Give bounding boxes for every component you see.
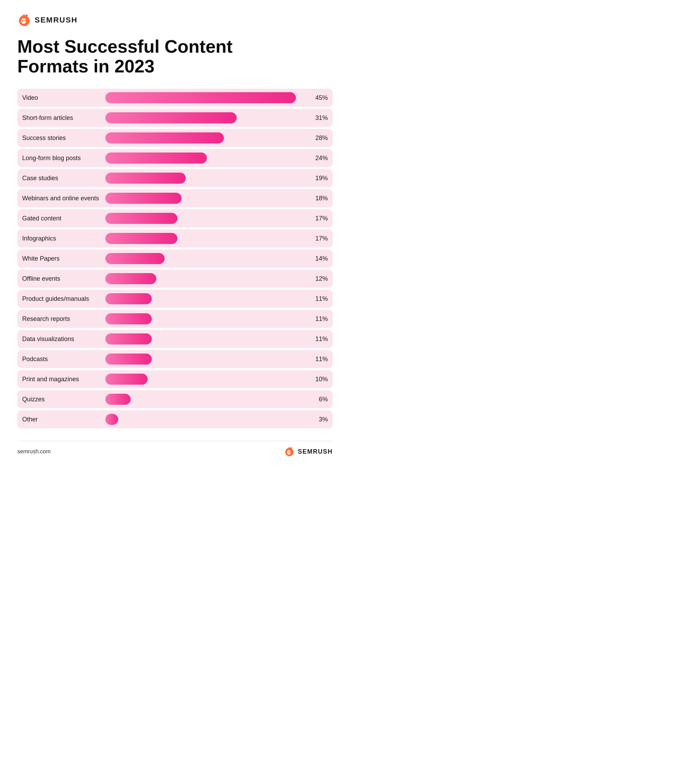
row-label: Data visualizations xyxy=(22,336,105,343)
row-label: Gated content xyxy=(22,215,105,222)
bar xyxy=(105,133,224,144)
row-label: White Papers xyxy=(22,255,105,262)
header: SEMRUSH xyxy=(17,14,333,27)
bar-area xyxy=(105,153,311,164)
semrush-logo-text: SEMRUSH xyxy=(34,16,78,25)
chart-row: Video45% xyxy=(17,89,333,107)
bar-area xyxy=(105,293,311,304)
bar xyxy=(105,394,131,405)
bar xyxy=(105,92,296,103)
footer-url: semrush.com xyxy=(17,448,51,455)
bar-area xyxy=(105,373,311,385)
chart-row: Offline events12% xyxy=(17,270,333,288)
svg-point-2 xyxy=(22,20,23,22)
row-label: Offline events xyxy=(22,275,105,283)
bar xyxy=(105,153,207,164)
bar xyxy=(105,293,152,304)
bar-area xyxy=(105,112,311,123)
bar-area xyxy=(105,333,311,345)
row-label: Other xyxy=(22,416,105,423)
row-value: 28% xyxy=(311,134,328,142)
bar-area xyxy=(105,273,311,284)
bar-area xyxy=(105,394,311,405)
bar xyxy=(105,193,181,204)
footer-logo-icon xyxy=(284,447,295,456)
semrush-logo-icon xyxy=(17,14,31,27)
row-label: Infographics xyxy=(22,235,105,242)
chart-row: Success stories28% xyxy=(17,129,333,147)
row-value: 45% xyxy=(311,94,328,102)
row-value: 3% xyxy=(311,416,328,423)
chart-row: Quizzes6% xyxy=(17,390,333,408)
row-value: 11% xyxy=(311,295,328,303)
chart-row: Case studies19% xyxy=(17,169,333,187)
row-label: Print and magazines xyxy=(22,376,105,383)
bar xyxy=(105,353,152,365)
chart-row: White Papers14% xyxy=(17,250,333,267)
bar xyxy=(105,213,177,224)
row-value: 31% xyxy=(311,114,328,122)
row-label: Quizzes xyxy=(22,396,105,403)
bar-area xyxy=(105,133,311,144)
bar xyxy=(105,313,152,325)
bar xyxy=(105,112,237,123)
footer: semrush.com SEMRUSH xyxy=(17,441,333,456)
row-value: 17% xyxy=(311,235,328,242)
svg-point-3 xyxy=(24,20,26,22)
bar-area xyxy=(105,92,311,103)
row-value: 11% xyxy=(311,336,328,343)
bar xyxy=(105,173,186,184)
row-value: 10% xyxy=(311,376,328,383)
chart-row: Print and magazines10% xyxy=(17,370,333,388)
chart-row: Podcasts11% xyxy=(17,350,333,368)
bar xyxy=(105,333,152,345)
row-label: Podcasts xyxy=(22,356,105,363)
chart-row: Product guides/manuals11% xyxy=(17,290,333,308)
row-value: 14% xyxy=(311,255,328,262)
bar xyxy=(105,253,165,264)
bar-area xyxy=(105,173,311,184)
bar-area xyxy=(105,193,311,204)
svg-point-7 xyxy=(290,451,291,453)
row-value: 17% xyxy=(311,215,328,222)
chart-row: Other3% xyxy=(17,410,333,428)
chart-container: Video45%Short-form articles31%Success st… xyxy=(17,89,333,431)
row-value: 11% xyxy=(311,356,328,363)
row-value: 12% xyxy=(311,275,328,283)
row-value: 24% xyxy=(311,155,328,162)
bar-area xyxy=(105,213,311,224)
row-label: Webinars and online events xyxy=(22,195,105,202)
chart-row: Data visualizations11% xyxy=(17,330,333,348)
row-value: 6% xyxy=(311,396,328,403)
svg-point-6 xyxy=(288,451,289,453)
row-value: 18% xyxy=(311,195,328,202)
row-label: Video xyxy=(22,94,105,102)
row-label: Short-form articles xyxy=(22,114,105,122)
row-label: Research reports xyxy=(22,315,105,323)
row-label: Long-form blog posts xyxy=(22,155,105,162)
chart-row: Webinars and online events18% xyxy=(17,189,333,207)
chart-row: Research reports11% xyxy=(17,310,333,328)
footer-logo: SEMRUSH xyxy=(284,447,333,456)
bar-area xyxy=(105,233,311,244)
row-label: Product guides/manuals xyxy=(22,295,105,303)
chart-row: Infographics17% xyxy=(17,230,333,247)
bar xyxy=(105,233,177,244)
chart-row: Short-form articles31% xyxy=(17,109,333,127)
chart-row: Long-form blog posts24% xyxy=(17,149,333,167)
bar-area xyxy=(105,353,311,365)
row-value: 11% xyxy=(311,315,328,323)
footer-logo-text: SEMRUSH xyxy=(298,448,333,455)
page-wrapper: SEMRUSH Most Successful Content Formats … xyxy=(0,0,350,477)
title-line2: Formats in 2023 xyxy=(17,56,155,76)
row-label: Case studies xyxy=(22,175,105,182)
bar-area xyxy=(105,313,311,325)
bar-area xyxy=(105,414,311,425)
row-value: 19% xyxy=(311,175,328,182)
chart-title: Most Successful Content Formats in 2023 xyxy=(17,37,333,76)
row-label: Success stories xyxy=(22,134,105,142)
bar xyxy=(105,373,148,385)
bar xyxy=(105,414,118,425)
bar xyxy=(105,273,156,284)
chart-row: Gated content17% xyxy=(17,209,333,227)
